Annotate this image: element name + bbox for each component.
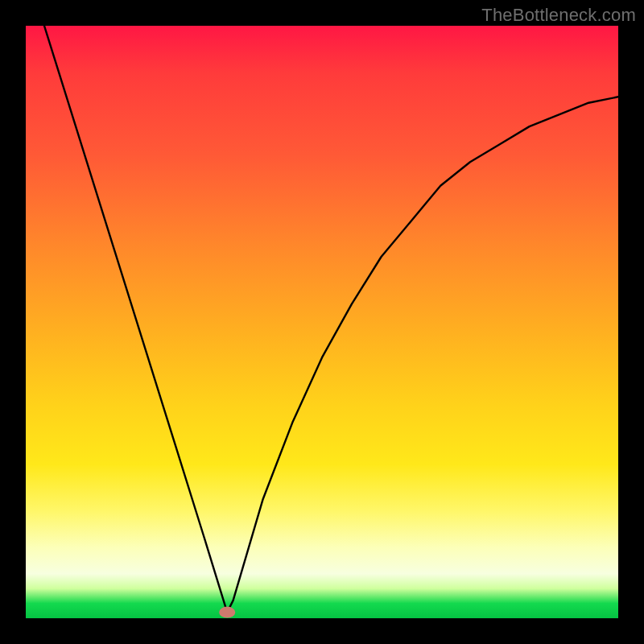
chart-frame: TheBottleneck.com <box>0 0 644 644</box>
bottleneck-curve <box>26 26 618 618</box>
watermark-text: TheBottleneck.com <box>481 5 636 26</box>
plot-area <box>26 26 618 618</box>
curve-path <box>26 26 618 613</box>
optimum-marker <box>219 607 235 618</box>
